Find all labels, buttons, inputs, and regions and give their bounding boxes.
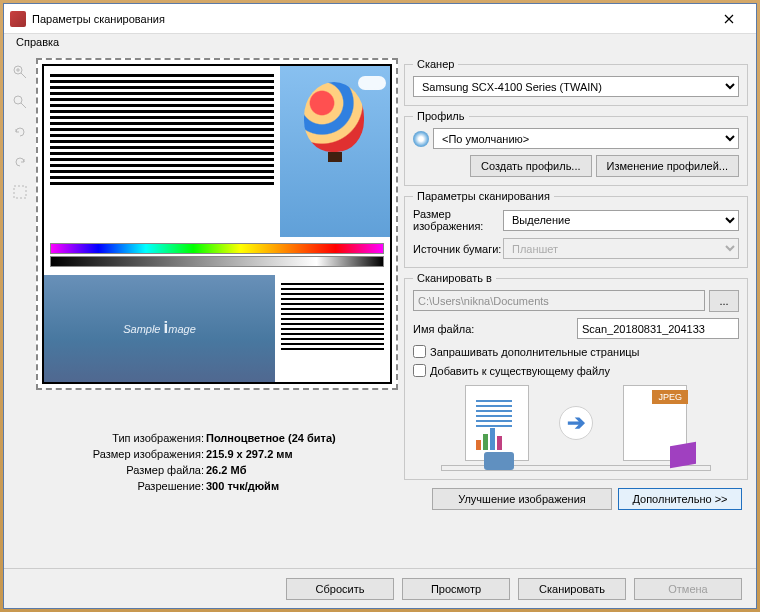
scanner-group: Сканер Samsung SCX-4100 Series (TWAIN) xyxy=(404,58,748,106)
scan-path-input xyxy=(413,290,705,311)
crop-icon[interactable] xyxy=(10,182,30,202)
reset-button[interactable]: Сбросить xyxy=(286,578,394,600)
close-icon xyxy=(724,14,734,24)
image-size-label: Размер изображения: xyxy=(413,208,503,232)
info-resolution-label: Разрешение: xyxy=(36,478,206,494)
preview-bars-bottom xyxy=(275,275,390,382)
close-button[interactable] xyxy=(708,5,750,33)
paper-source-select: Планшет xyxy=(503,238,739,259)
preview-bars-top xyxy=(44,66,278,237)
svg-point-1 xyxy=(14,96,22,104)
menu-help[interactable]: Справка xyxy=(10,34,65,50)
scan-params-group: Параметры сканирования Размер изображени… xyxy=(404,190,748,268)
preview-toolbar xyxy=(8,58,32,390)
scan-button[interactable]: Сканировать xyxy=(518,578,626,600)
info-size-value: 215.9 x 297.2 мм xyxy=(206,446,293,462)
create-profile-button[interactable]: Создать профиль... xyxy=(470,155,592,177)
browse-button[interactable]: ... xyxy=(709,290,739,312)
append-file-label: Добавить к существующему файлу xyxy=(430,365,610,377)
scan-to-legend: Сканировать в xyxy=(413,272,496,284)
scanner-select[interactable]: Samsung SCX-4100 Series (TWAIN) xyxy=(413,76,739,97)
zoom-in-icon[interactable] xyxy=(10,62,30,82)
info-filesize-value: 26.2 Мб xyxy=(206,462,246,478)
window-title: Параметры сканирования xyxy=(32,13,708,25)
rotate-left-icon[interactable] xyxy=(10,122,30,142)
advanced-button[interactable]: Дополнительно >> xyxy=(618,488,742,510)
append-file-checkbox[interactable] xyxy=(413,364,426,377)
disk-icon xyxy=(413,131,429,147)
profile-legend: Профиль xyxy=(413,110,469,122)
edit-profiles-button[interactable]: Изменение профилей... xyxy=(596,155,739,177)
image-info: Тип изображения:Полноцветное (24 бита) Р… xyxy=(8,430,398,494)
info-resolution-value: 300 тчк/дюйм xyxy=(206,478,279,494)
preview-area[interactable]: Sample image xyxy=(36,58,398,390)
info-size-label: Размер изображения: xyxy=(36,446,206,462)
paper-source-label: Источник бумаги: xyxy=(413,243,503,255)
preview-button[interactable]: Просмотр xyxy=(402,578,510,600)
image-size-select[interactable]: Выделение xyxy=(503,210,739,231)
filename-label: Имя файла: xyxy=(413,323,573,335)
zoom-fit-icon[interactable] xyxy=(10,92,30,112)
menubar: Справка xyxy=(4,34,756,54)
scan-params-legend: Параметры сканирования xyxy=(413,190,554,202)
arrow-right-icon: ➔ xyxy=(559,406,593,440)
pipeline-diagram: ➔ JPEG xyxy=(413,385,739,461)
cancel-button: Отмена xyxy=(634,578,742,600)
pipeline-target-icon: JPEG xyxy=(623,385,687,461)
scanner-legend: Сканер xyxy=(413,58,458,70)
info-type-value: Полноцветное (24 бита) xyxy=(206,430,336,446)
pipeline-source-icon xyxy=(465,385,529,461)
ask-more-pages-checkbox[interactable] xyxy=(413,345,426,358)
profile-select[interactable]: <По умолчанию> xyxy=(433,128,739,149)
rotate-right-icon[interactable] xyxy=(10,152,30,172)
info-type-label: Тип изображения: xyxy=(36,430,206,446)
app-icon xyxy=(10,11,26,27)
info-filesize-label: Размер файла: xyxy=(36,462,206,478)
ask-more-pages-label: Запрашивать дополнительные страницы xyxy=(430,346,640,358)
filename-input[interactable] xyxy=(577,318,739,339)
profile-group: Профиль <По умолчанию> Создать профиль..… xyxy=(404,110,748,186)
svg-rect-2 xyxy=(14,186,26,198)
preview-sample-image: Sample image xyxy=(44,275,275,382)
preview-color-strip xyxy=(44,237,390,271)
preview-balloon-image xyxy=(278,66,390,237)
enhance-image-button[interactable]: Улучшение изображения xyxy=(432,488,612,510)
scan-to-group: Сканировать в ... Имя файла: Запрашивать… xyxy=(404,272,748,480)
